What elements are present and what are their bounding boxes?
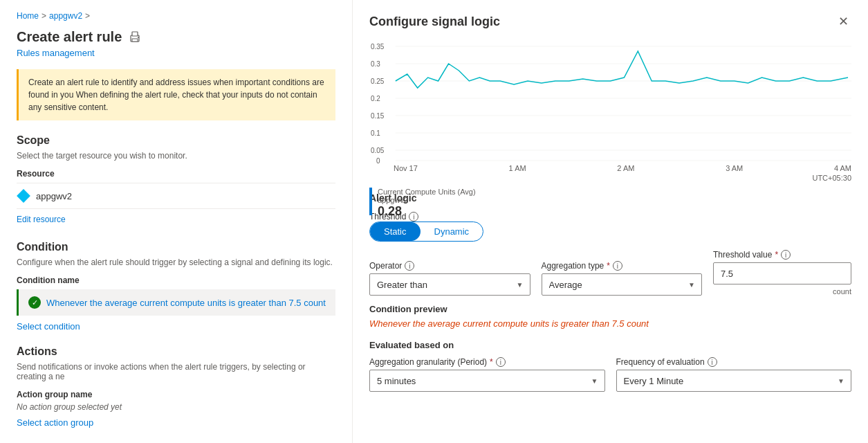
operator-group: Operator i Greater than Less than Greate… [369,261,530,296]
dynamic-toggle-button[interactable]: Dynamic [421,222,483,241]
frequency-info-icon[interactable]: i [708,357,717,367]
x-label-4am: 4 AM [834,164,851,172]
svg-rect-1 [132,32,138,36]
actions-section: Actions Send notifications or invoke act… [17,345,335,428]
evaluated-row: Aggregation granularity (Period) * i 1 m… [369,357,851,392]
threshold-value-group: Threshold value * i count [713,250,851,296]
threshold-value-label: Threshold value [713,250,772,260]
chart-legend: Current Compute Units (Avg) appgwv2 0.28 [369,188,851,219]
chart-legend-subtitle: appgwv2 [378,196,476,204]
aggregation-label: Aggregation type [542,261,604,271]
threshold-value-info-icon[interactable]: i [781,250,791,260]
chart-legend-bar [369,188,372,215]
svg-rect-2 [132,39,138,42]
period-select-wrapper: 1 minute 5 minutes 15 minutes 30 minutes… [369,370,605,392]
svg-text:0.05: 0.05 [371,147,385,154]
chart-legend-title: Current Compute Units (Avg) [378,188,476,196]
alert-logic-section: Alert logic Threshold i Static Dynamic O… [369,192,851,392]
panel-title: Configure signal logic [369,15,500,29]
breadcrumb-sep1: > [41,11,46,21]
no-action-text: No action group selected yet [17,402,335,412]
chart-utc: UTC+05:30 [369,174,851,182]
chart-area: 0.35 0.3 0.25 0.2 0.15 0.1 0.05 0 [369,43,851,164]
info-box: Create an alert rule to identify and add… [17,69,335,120]
svg-text:0.35: 0.35 [371,43,385,51]
svg-text:0.3: 0.3 [371,60,380,68]
select-condition-link[interactable]: Select condition [17,321,80,332]
frequency-select[interactable]: Every 1 Minute Every 5 Minutes Every 15 … [616,370,852,392]
operator-label: Operator [369,261,402,271]
aggregation-select-wrapper: Average Minimum Maximum Total Count ▼ [542,273,703,296]
operator-select-wrapper: Greater than Less than Greater than or e… [369,273,530,296]
condition-item[interactable]: ✓ Whenever the average current compute u… [17,289,335,316]
x-label-nov17: Nov 17 [394,164,418,172]
aggregation-select[interactable]: Average Minimum Maximum Total Count [542,273,703,296]
threshold-required: * [775,250,778,260]
right-panel: Configure signal logic ✕ 0.35 0.3 0.25 0… [353,0,868,443]
chart-svg: 0.35 0.3 0.25 0.2 0.15 0.1 0.05 0 [369,43,851,164]
breadcrumb: Home > appgwv2 > [17,11,335,21]
scope-desc: Select the target resource you wish to m… [17,151,335,161]
condition-desc: Configure when the alert rule should tri… [17,257,335,267]
condition-preview-text: Whenever the average current compute uni… [369,318,851,329]
count-label: count [713,287,851,296]
period-info-icon[interactable]: i [496,357,506,367]
edit-resource-link[interactable]: Edit resource [17,215,335,224]
page-title: Create alert rule [17,29,122,45]
condition-preview-title: Condition preview [369,304,851,314]
aggregation-info-icon[interactable]: i [613,261,622,271]
x-label-2am: 2 AM [617,164,634,172]
period-select[interactable]: 1 minute 5 minutes 15 minutes 30 minutes… [369,370,605,392]
chart-container: 0.35 0.3 0.25 0.2 0.15 0.1 0.05 0 Nov 17… [369,43,851,181]
aggregation-group: Aggregation type * i Average Minimum Max… [542,261,703,296]
breadcrumb-sep2: > [85,11,90,21]
left-panel: Home > appgwv2 > Create alert rule Rules… [0,0,353,443]
x-label-3am: 3 AM [726,164,743,172]
frequency-select-wrapper: Every 1 Minute Every 5 Minutes Every 15 … [616,370,852,392]
page-title-row: Create alert rule [17,29,335,45]
operator-row: Operator i Greater than Less than Greate… [369,250,851,296]
breadcrumb-home[interactable]: Home [17,11,39,21]
frequency-label: Frequency of evaluation [616,357,705,367]
period-label: Aggregation granularity (Period) [369,357,487,367]
svg-text:0.25: 0.25 [371,78,385,85]
x-label-1am: 1 AM [509,164,526,172]
condition-text: Whenever the average current compute uni… [46,298,326,308]
action-group-label: Action group name [17,390,335,399]
condition-section: Condition Configure when the alert rule … [17,241,335,332]
chart-legend-info: Current Compute Units (Avg) appgwv2 0.28 [378,188,476,219]
period-required: * [490,357,493,367]
aggregation-label-wrapper: Aggregation type * i [542,261,703,271]
actions-title: Actions [17,345,335,358]
print-icon[interactable] [129,31,141,44]
close-button[interactable]: ✕ [835,11,851,32]
operator-info-icon[interactable]: i [405,261,414,271]
rules-management-link[interactable]: Rules management [17,48,95,58]
operator-label-wrapper: Operator i [369,261,530,271]
breadcrumb-appgwv2[interactable]: appgwv2 [49,11,82,21]
resource-row: appgwv2 [17,183,335,209]
chart-legend-value: 0.28 [378,204,476,219]
condition-title: Condition [17,241,335,253]
condition-name-label: Condition name [17,275,335,285]
threshold-value-input[interactable] [713,262,851,284]
scope-section: Scope Select the target resource you wis… [17,134,335,224]
resource-diamond-icon [17,189,30,203]
static-toggle-button[interactable]: Static [370,222,421,241]
operator-select[interactable]: Greater than Less than Greater than or e… [369,273,530,296]
period-group: Aggregation granularity (Period) * i 1 m… [369,357,605,392]
period-label-wrapper: Aggregation granularity (Period) * i [369,357,605,367]
svg-point-3 [138,37,139,38]
resource-name: appgwv2 [36,191,72,201]
chart-x-labels: Nov 17 1 AM 2 AM 3 AM 4 AM [369,164,851,172]
svg-text:0.15: 0.15 [371,112,385,120]
check-icon: ✓ [28,296,41,309]
panel-header: Configure signal logic ✕ [369,11,851,32]
frequency-label-wrapper: Frequency of evaluation i [616,357,852,367]
frequency-group: Frequency of evaluation i Every 1 Minute… [616,357,852,392]
threshold-value-label-wrapper: Threshold value * i [713,250,851,260]
evaluated-title: Evaluated based on [369,340,851,350]
scope-title: Scope [17,134,335,147]
select-action-group-link[interactable]: Select action group [17,417,93,428]
resource-label: Resource [17,169,335,179]
